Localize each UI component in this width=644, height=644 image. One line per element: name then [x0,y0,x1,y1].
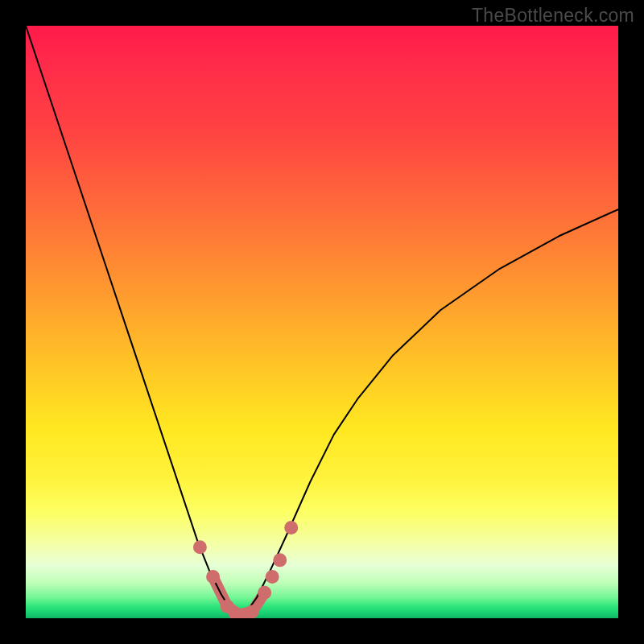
marker-dot [206,570,220,584]
curve-svg [26,26,618,618]
marker-dot [193,540,207,554]
marker-dot [273,553,287,567]
main-curve [26,26,618,615]
chart-stage: TheBottleneck.com [0,0,644,644]
watermark-text: TheBottleneck.com [472,5,634,27]
marker-dot [266,570,279,584]
marker-dot [258,586,271,600]
plot-area [26,26,618,618]
marker-dot [246,605,259,618]
bottleneck-curve-path [26,26,618,615]
marker-dot [284,521,298,535]
